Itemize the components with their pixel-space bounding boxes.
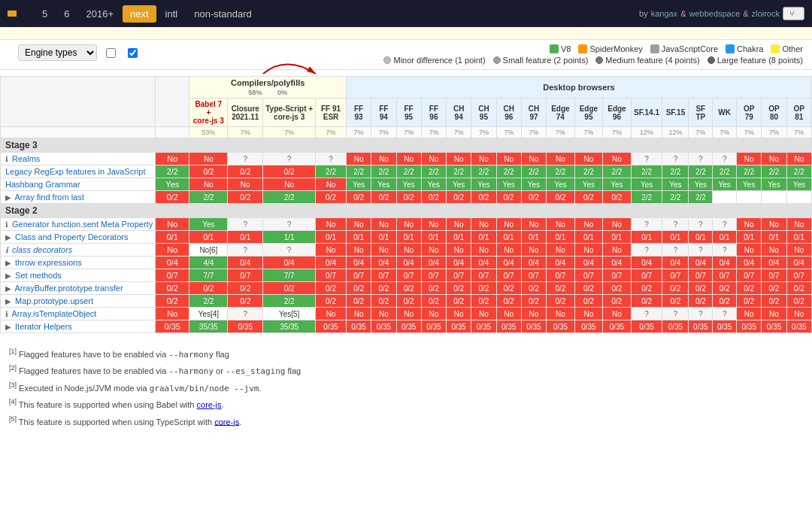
feature-link[interactable]: throw expressions [15, 258, 82, 267]
compat-cell: ? [689, 244, 713, 257]
expand-icon[interactable]: ▶ [5, 284, 11, 293]
expand-icon[interactable]: ▶ [5, 193, 11, 202]
compat-cell: 0/7 [316, 269, 347, 282]
compat-cell: 0/2 [396, 282, 421, 295]
expand-icon[interactable]: ▶ [5, 297, 11, 305]
tab-5[interactable]: 5 [35, 5, 55, 23]
minor-color [383, 56, 391, 64]
compat-cell: 0/4 [447, 257, 471, 269]
current-browser-cell: 0/7 [156, 269, 189, 282]
feature-link[interactable]: Array.isTemplateObject [11, 309, 96, 318]
col-ff96: FF96 [421, 99, 446, 127]
author-webbedspace[interactable]: webbedspace [689, 9, 740, 18]
compat-cell: No[6] [189, 244, 228, 257]
col-ch96: CH96 [496, 99, 521, 127]
feature-link[interactable]: Map.prototype.upsert [15, 296, 93, 305]
compat-cell: 0/2 [228, 282, 263, 295]
author-zloirock[interactable]: zloirock [752, 9, 780, 18]
compat-cell: ? [263, 153, 316, 165]
unstable-checkbox[interactable] [128, 48, 138, 58]
compat-cell: 0/35 [547, 320, 575, 333]
compat-cell: 0/4 [471, 257, 496, 269]
table-row: ▶ ArrayBuffer.prototype.transfer 0/20/20… [1, 282, 812, 295]
compat-cell: 0/2 [547, 295, 575, 308]
expand-icon[interactable]: ▶ [5, 259, 11, 267]
feature-name-cell: ℹ Realms [1, 153, 156, 165]
feature-link[interactable]: Hashbang Grammar [5, 180, 80, 189]
current-browser-cell: 0/1 [156, 231, 189, 244]
compat-cell: ? [713, 308, 737, 320]
compat-cell: Yes [421, 178, 446, 191]
spidermonkey-label: SpiderMonkey [589, 44, 642, 53]
col-edge95: Edge95 [574, 99, 603, 127]
compat-cell: Yes [396, 178, 421, 191]
corejs-link-4[interactable]: core-js [197, 400, 222, 409]
feature-name-cell: ▶ ArrayBuffer.prototype.transfer [1, 282, 156, 295]
obsolete-checkbox[interactable] [106, 48, 116, 58]
feature-column-header [1, 77, 156, 127]
info-icon[interactable]: ℹ [5, 310, 8, 318]
compat-cell: No [371, 244, 396, 257]
col-op81: OP81 [786, 99, 811, 127]
compat-cell: No [547, 153, 575, 165]
compat-cell: 0/1 [603, 231, 632, 244]
feature-link[interactable]: ArrayBuffer.prototype.transfer [14, 284, 123, 293]
expand-icon[interactable]: ▶ [5, 272, 11, 280]
col-babel: Babel 7+core-js 3 [189, 99, 228, 127]
compat-cell: Yes [662, 178, 689, 191]
feature-link[interactable]: Set methods [15, 271, 62, 280]
compat-cell: Yes[5] [263, 308, 316, 320]
tab-next[interactable]: next [123, 5, 156, 23]
sort-select[interactable]: Engine types Total points Feature name [18, 44, 97, 61]
compat-cell: 35/35 [263, 320, 316, 333]
feature-link[interactable]: Iterator Helpers [15, 322, 72, 331]
fork-button[interactable]: ⑂ [783, 7, 804, 20]
corejs-link-5[interactable]: core-js [214, 417, 239, 426]
compat-cell: 0/1 [574, 231, 603, 244]
footnote-2: [2] Flagged features have to be enabled … [9, 362, 803, 378]
feature-link[interactable]: class decorators [12, 245, 72, 254]
compat-cell: 0/1 [316, 231, 347, 244]
feature-link[interactable]: Legacy RegExp features in JavaScript [5, 167, 146, 176]
compat-cell: No [447, 218, 471, 231]
info-icon[interactable]: ℹ [5, 155, 8, 163]
compat-cell: 0/2 [662, 282, 689, 295]
feature-link[interactable]: Generator function.sent Meta Property [12, 220, 153, 229]
tab-intl[interactable]: intl [158, 5, 186, 23]
tab-nonstandard[interactable]: non-standard [186, 5, 259, 23]
compat-cell: 0/2 [371, 191, 396, 204]
expand-icon[interactable]: ▶ [5, 323, 11, 331]
compat-cell: 0/2 [228, 165, 263, 178]
obsolete-checkbox-label [106, 48, 119, 58]
compat-cell: 1/1 [263, 231, 316, 244]
info-icon[interactable]: ℹ [5, 246, 8, 254]
compat-cell: 0/35 [762, 320, 786, 333]
feature-link[interactable]: Array find from last [14, 193, 83, 202]
feature-link[interactable]: Realms [12, 154, 40, 163]
compat-cell: No [421, 308, 446, 320]
compat-cell: Yes [737, 178, 762, 191]
author-kangax[interactable]: kangax [651, 9, 677, 18]
feature-name-cell: ▶ Set methods [1, 269, 156, 282]
compat-cell: No [316, 308, 347, 320]
table-row: ℹ Array.isTemplateObject NoYes[4]?Yes[5]… [1, 308, 812, 320]
compat-cell: No [547, 308, 575, 320]
compat-cell: No [471, 308, 496, 320]
jsc-color [650, 44, 659, 53]
compat-cell: 0/2 [496, 295, 521, 308]
compat-cell: 0/2 [471, 282, 496, 295]
compat-cell: No [471, 218, 496, 231]
compat-cell: No [447, 244, 471, 257]
compat-cell: 0/1 [189, 231, 228, 244]
compat-cell: No [762, 153, 786, 165]
col-ff93: FF93 [346, 99, 371, 127]
compat-cell: No [447, 153, 471, 165]
small-color [493, 56, 501, 64]
compat-cell [786, 191, 811, 204]
expand-icon[interactable]: ▶ [5, 233, 11, 241]
info-icon[interactable]: ℹ [5, 220, 8, 229]
feature-link[interactable]: Class and Property Decorators [15, 232, 128, 241]
tab-6[interactable]: 6 [56, 5, 77, 23]
compat-cell: No [574, 153, 603, 165]
tab-2016plus[interactable]: 2016+ [78, 5, 121, 23]
